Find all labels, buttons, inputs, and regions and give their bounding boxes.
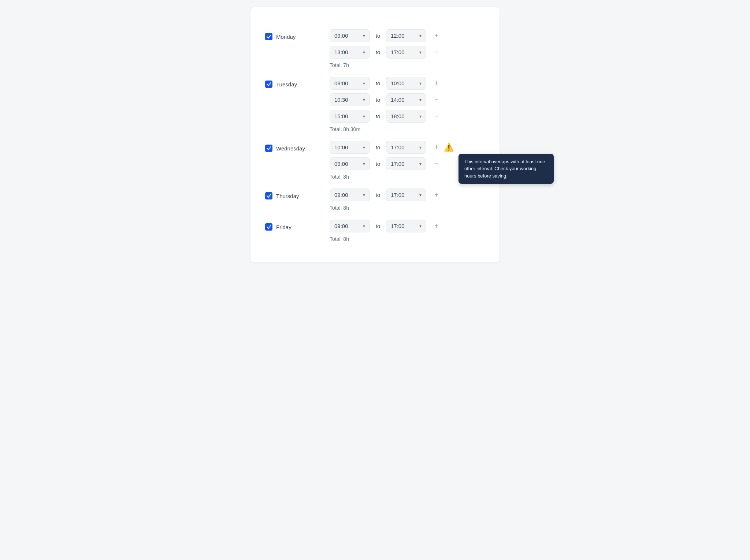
time-from-value-tuesday-0: 08:00 (334, 80, 360, 86)
chevron-from-icon-wednesday-0: ▾ (363, 145, 365, 150)
chevron-to-icon-monday-0: ▾ (419, 33, 422, 38)
chevron-from-icon-wednesday-1: ▾ (363, 161, 365, 167)
day-header-wednesday: Wednesday10:00▾to17:00▾+⚠️This interval … (265, 141, 485, 181)
time-from-tuesday-2[interactable]: 15:00▾ (330, 110, 370, 123)
day-label-area-wednesday: Wednesday (265, 141, 324, 152)
interval-row-monday-0: 09:00▾to12:00▾+ (330, 29, 485, 42)
intervals-area-friday: 09:00▾to17:00▾+Total: 8h (330, 220, 485, 243)
chevron-to-icon-wednesday-1: ▾ (419, 161, 422, 167)
interval-actions-friday-0: + (431, 220, 442, 232)
day-section-thursday: Thursday09:00▾to17:00▾+Total: 8h (265, 188, 485, 212)
time-to-wednesday-1[interactable]: 17:00▾ (386, 157, 426, 170)
day-total-friday: Total: 8h (330, 236, 485, 242)
day-label-area-thursday: Thursday (265, 188, 324, 199)
intervals-area-tuesday: 08:00▾to10:00▾+10:30▾to14:00▾−15:00▾to18… (330, 77, 485, 134)
time-to-value-friday-0: 17:00 (391, 223, 416, 229)
time-to-wednesday-0[interactable]: 17:00▾ (386, 141, 426, 154)
time-from-value-wednesday-1: 09:00 (334, 161, 360, 167)
checkbox-thursday[interactable] (265, 192, 272, 199)
day-total-monday: Total: 7h (330, 62, 485, 68)
interval-actions-wednesday-0: +⚠️This interval overlaps with at least … (431, 142, 454, 153)
day-total-thursday: Total: 8h (330, 205, 485, 211)
interval-row-tuesday-0: 08:00▾to10:00▾+ (330, 77, 485, 90)
add-interval-btn-tuesday-0[interactable]: + (431, 78, 442, 89)
warning-container-wednesday-0: ⚠️This interval overlaps with at least o… (444, 143, 454, 152)
time-from-tuesday-1[interactable]: 10:30▾ (330, 93, 370, 106)
checkbox-wednesday[interactable] (265, 145, 272, 152)
remove-interval-btn-tuesday-2[interactable]: − (431, 111, 442, 122)
interval-row-monday-1: 13:00▾to17:00▾− (330, 46, 485, 59)
day-label-area-tuesday: Tuesday (265, 77, 324, 88)
chevron-to-icon-monday-1: ▾ (419, 50, 422, 55)
day-section-wednesday: Wednesday10:00▾to17:00▾+⚠️This interval … (265, 141, 485, 181)
chevron-to-icon-tuesday-0: ▾ (419, 81, 422, 86)
time-from-value-monday-0: 09:00 (334, 33, 360, 39)
checkbox-tuesday[interactable] (265, 81, 272, 88)
chevron-to-icon-friday-0: ▾ (419, 224, 422, 229)
chevron-from-icon-friday-0: ▾ (363, 224, 365, 229)
time-from-friday-0[interactable]: 09:00▾ (330, 220, 370, 232)
chevron-from-icon-tuesday-1: ▾ (363, 97, 365, 102)
time-to-friday-0[interactable]: 17:00▾ (386, 220, 426, 232)
add-interval-btn-monday-0[interactable]: + (431, 30, 442, 42)
checkbox-monday[interactable] (265, 33, 272, 40)
time-from-wednesday-1[interactable]: 09:00▾ (330, 157, 370, 170)
time-from-wednesday-0[interactable]: 10:00▾ (330, 141, 370, 154)
time-to-value-monday-0: 12:00 (391, 33, 416, 39)
day-name-wednesday: Wednesday (276, 145, 305, 152)
interval-row-friday-0: 09:00▾to17:00▾+ (330, 220, 485, 232)
chevron-to-icon-wednesday-0: ▾ (419, 145, 422, 150)
interval-actions-thursday-0: + (431, 189, 442, 201)
to-label-tuesday-0: to (374, 80, 382, 86)
day-total-tuesday: Total: 8h 30m (330, 126, 485, 132)
time-from-value-monday-1: 13:00 (334, 49, 360, 55)
time-to-thursday-0[interactable]: 17:00▾ (386, 188, 426, 201)
add-interval-btn-friday-0[interactable]: + (431, 220, 442, 232)
day-header-friday: Friday09:00▾to17:00▾+Total: 8h (265, 220, 485, 243)
time-to-value-tuesday-1: 14:00 (391, 97, 416, 103)
day-header-monday: Monday09:00▾to12:00▾+13:00▾to17:00▾−Tota… (265, 29, 485, 70)
day-label-area-friday: Friday (265, 220, 324, 231)
remove-interval-btn-wednesday-1[interactable]: − (431, 158, 442, 170)
time-from-monday-0[interactable]: 09:00▾ (330, 29, 370, 42)
to-label-wednesday-1: to (374, 161, 382, 167)
day-section-tuesday: Tuesday08:00▾to10:00▾+10:30▾to14:00▾−15:… (265, 77, 485, 134)
time-to-value-tuesday-0: 10:00 (391, 80, 416, 86)
day-header-thursday: Thursday09:00▾to17:00▾+Total: 8h (265, 188, 485, 212)
remove-interval-btn-tuesday-1[interactable]: − (431, 94, 442, 106)
time-to-value-tuesday-2: 18:00 (391, 113, 416, 119)
interval-actions-monday-0: + (431, 30, 442, 42)
to-label-tuesday-1: to (374, 97, 382, 103)
intervals-area-thursday: 09:00▾to17:00▾+Total: 8h (330, 188, 485, 212)
time-from-tuesday-0[interactable]: 08:00▾ (330, 77, 370, 90)
time-from-thursday-0[interactable]: 09:00▾ (330, 188, 370, 201)
time-to-monday-0[interactable]: 12:00▾ (386, 29, 426, 42)
time-from-value-thursday-0: 09:00 (334, 192, 360, 198)
time-from-value-wednesday-0: 10:00 (334, 144, 360, 150)
time-to-monday-1[interactable]: 17:00▾ (386, 46, 426, 59)
to-label-tuesday-2: to (374, 113, 382, 119)
add-interval-btn-thursday-0[interactable]: + (431, 189, 442, 201)
time-to-tuesday-1[interactable]: 14:00▾ (386, 93, 426, 106)
remove-interval-btn-monday-1[interactable]: − (431, 46, 442, 58)
warning-icon-wednesday-0[interactable]: ⚠️ (444, 143, 454, 152)
interval-actions-tuesday-0: + (431, 78, 442, 89)
day-section-monday: Monday09:00▾to12:00▾+13:00▾to17:00▾−Tota… (265, 29, 485, 70)
to-label-thursday-0: to (374, 192, 382, 198)
interval-actions-tuesday-1: − (431, 94, 442, 106)
interval-actions-tuesday-2: − (431, 111, 442, 122)
add-interval-btn-wednesday-0[interactable]: + (431, 142, 442, 153)
chevron-from-icon-tuesday-2: ▾ (363, 114, 365, 119)
intervals-area-monday: 09:00▾to12:00▾+13:00▾to17:00▾−Total: 7h (330, 29, 485, 70)
time-to-tuesday-2[interactable]: 18:00▾ (386, 110, 426, 123)
to-label-wednesday-0: to (374, 144, 382, 150)
time-from-value-tuesday-1: 10:30 (334, 97, 360, 103)
day-name-tuesday: Tuesday (276, 81, 297, 87)
chevron-from-icon-tuesday-0: ▾ (363, 81, 365, 86)
to-label-monday-1: to (374, 49, 382, 55)
checkbox-friday[interactable] (265, 223, 272, 231)
day-name-thursday: Thursday (276, 193, 299, 199)
time-from-monday-1[interactable]: 13:00▾ (330, 46, 370, 59)
time-to-tuesday-0[interactable]: 10:00▾ (386, 77, 426, 90)
day-label-area-monday: Monday (265, 29, 324, 40)
